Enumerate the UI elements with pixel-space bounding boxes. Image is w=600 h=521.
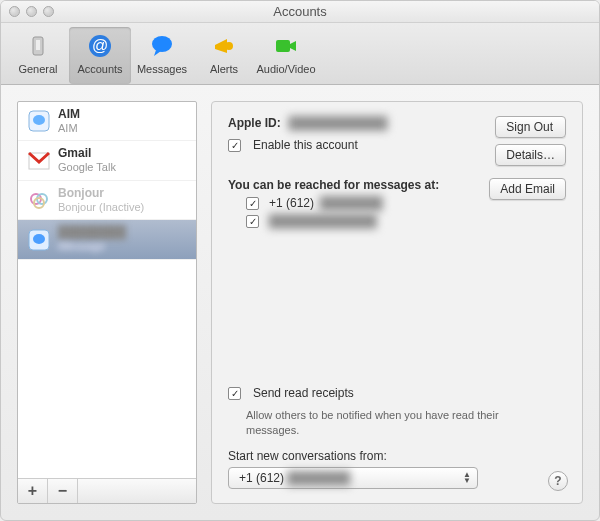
account-name: ████████ bbox=[58, 226, 126, 240]
account-name: AIM bbox=[58, 108, 80, 122]
toolbar-tab-label: Messages bbox=[137, 63, 187, 75]
enable-account-label: Enable this account bbox=[253, 138, 358, 152]
at-icon: @ bbox=[85, 31, 115, 61]
apple-id-value: ███████████ bbox=[289, 116, 388, 130]
toolbar-tab-alerts[interactable]: Alerts bbox=[193, 27, 255, 84]
reach-value-prefix: +1 (612) bbox=[269, 196, 314, 210]
toolbar-tab-label: Accounts bbox=[77, 63, 122, 75]
svg-point-8 bbox=[33, 115, 45, 125]
megaphone-icon bbox=[209, 31, 239, 61]
account-item[interactable]: BonjourBonjour (Inactive) bbox=[18, 181, 196, 220]
gmail-icon bbox=[26, 148, 52, 174]
start-from-value-prefix: +1 (612) bbox=[239, 471, 284, 485]
read-receipts-label: Send read receipts bbox=[253, 386, 354, 400]
reach-value-rest: ███████ bbox=[320, 196, 383, 210]
account-subtitle: iMessage bbox=[58, 240, 126, 253]
start-from-select[interactable]: +1 (612) ███████ ▲▼ bbox=[228, 467, 478, 489]
help-button[interactable]: ? bbox=[548, 471, 568, 491]
reach-checkbox[interactable] bbox=[246, 197, 259, 210]
svg-text:@: @ bbox=[92, 37, 108, 54]
reach-item: ████████████ bbox=[246, 214, 489, 228]
reach-list: +1 (612)███████████████████ bbox=[228, 196, 489, 228]
reach-checkbox[interactable] bbox=[246, 215, 259, 228]
apple-id-label: Apple ID: bbox=[228, 116, 281, 130]
account-name: Gmail bbox=[58, 147, 116, 161]
read-receipts-checkbox[interactable] bbox=[228, 387, 241, 400]
switch-icon bbox=[23, 31, 53, 61]
remove-account-button[interactable]: − bbox=[48, 479, 78, 503]
aim-icon bbox=[26, 108, 52, 134]
svg-point-14 bbox=[33, 234, 45, 244]
sidebar-footer: + − bbox=[18, 478, 196, 503]
svg-rect-1 bbox=[36, 40, 40, 50]
toolbar-tab-messages[interactable]: Messages bbox=[131, 27, 193, 84]
account-detail-panel: Apple ID: ███████████ Enable this accoun… bbox=[211, 101, 583, 504]
titlebar: Accounts bbox=[1, 1, 599, 23]
reach-heading: You can be reached for messages at: bbox=[228, 178, 489, 192]
account-item[interactable]: ████████iMessage bbox=[18, 220, 196, 259]
add-account-button[interactable]: + bbox=[18, 479, 48, 503]
details-button[interactable]: Details… bbox=[495, 144, 566, 166]
accounts-list: AIMAIMGmailGoogle TalkBonjourBonjour (In… bbox=[18, 102, 196, 478]
account-subtitle: Bonjour (Inactive) bbox=[58, 201, 144, 214]
reach-value-rest: ████████████ bbox=[269, 214, 377, 228]
accounts-sidebar: AIMAIMGmailGoogle TalkBonjourBonjour (In… bbox=[17, 101, 197, 504]
window-title: Accounts bbox=[1, 4, 599, 19]
enable-account-checkbox[interactable] bbox=[228, 139, 241, 152]
start-from-label: Start new conversations from: bbox=[228, 449, 566, 463]
toolbar: General@AccountsMessagesAlertsAudio/Vide… bbox=[1, 23, 599, 85]
account-subtitle: AIM bbox=[58, 122, 80, 135]
toolbar-tab-label: Audio/Video bbox=[256, 63, 315, 75]
bubble-icon bbox=[147, 31, 177, 61]
start-from-value-rest: ███████ bbox=[287, 471, 350, 485]
svg-rect-6 bbox=[276, 40, 290, 52]
toolbar-tab-label: Alerts bbox=[210, 63, 238, 75]
svg-point-5 bbox=[225, 42, 233, 50]
sign-out-button[interactable]: Sign Out bbox=[495, 116, 566, 138]
camera-icon bbox=[271, 31, 301, 61]
reach-item: +1 (612)███████ bbox=[246, 196, 489, 210]
account-name: Bonjour bbox=[58, 187, 144, 201]
content-area: AIMAIMGmailGoogle TalkBonjourBonjour (In… bbox=[1, 85, 599, 520]
bonjour-icon bbox=[26, 187, 52, 213]
account-item[interactable]: GmailGoogle Talk bbox=[18, 141, 196, 180]
toolbar-tab-accounts[interactable]: @Accounts bbox=[69, 27, 131, 84]
account-item[interactable]: AIMAIM bbox=[18, 102, 196, 141]
imessage-icon bbox=[26, 227, 52, 253]
toolbar-tab-general[interactable]: General bbox=[7, 27, 69, 84]
select-stepper-icon: ▲▼ bbox=[463, 472, 471, 484]
svg-point-4 bbox=[152, 36, 172, 52]
toolbar-tab-label: General bbox=[18, 63, 57, 75]
preferences-window: Accounts General@AccountsMessagesAlertsA… bbox=[0, 0, 600, 521]
account-subtitle: Google Talk bbox=[58, 161, 116, 174]
add-email-button[interactable]: Add Email bbox=[489, 178, 566, 200]
toolbar-tab-audio-video[interactable]: Audio/Video bbox=[255, 27, 317, 84]
read-receipts-subtext: Allow others to be notified when you hav… bbox=[246, 408, 546, 437]
